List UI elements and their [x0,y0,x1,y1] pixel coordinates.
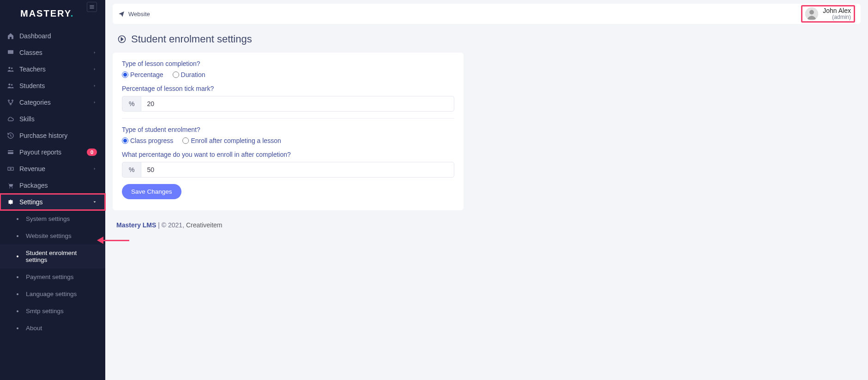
chevron-right-icon [92,99,97,106]
settings-card: Type of lesson completion? Percentage Du… [113,53,464,210]
sub-website-settings[interactable]: Website settings [0,227,105,244]
gear-icon [6,198,16,206]
cart-icon [6,182,16,189]
save-button[interactable]: Save Changes [122,184,181,199]
footer-text: | © 2021, [156,221,186,229]
nav-teachers[interactable]: Teachers [0,61,105,77]
svg-point-15 [9,187,10,188]
nav-revenue[interactable]: Revenue [0,160,105,177]
nav-label: Categories [19,99,92,106]
user-menu[interactable]: John Alex (admin) [801,5,855,23]
label-lesson-completion-type: Type of lesson completion? [122,60,454,67]
avatar [805,7,818,20]
user-role: (admin) [823,14,851,20]
footer: Mastery LMS | © 2021, Creativeitem [113,210,861,240]
sub-payment-settings[interactable]: Payment settings [0,268,105,285]
sub-label: Payment settings [26,273,74,280]
divider [122,118,454,119]
badge-count: 0 [87,148,97,156]
nav-purchase-history[interactable]: Purchase history [0,127,105,144]
radio-duration[interactable]: Duration [173,71,205,78]
sub-about[interactable]: About [0,320,105,337]
nav-students[interactable]: Students [0,77,105,94]
svg-rect-13 [8,167,13,171]
footer-link[interactable]: Creativeitem [186,221,223,229]
svg-point-9 [12,100,13,101]
radio-label: Percentage [130,71,163,78]
home-icon [6,32,16,40]
nav-label: Teachers [19,65,92,73]
chevron-right-icon [92,165,97,172]
bullet-icon [17,293,18,295]
nav-label: Settings [19,198,92,206]
label-enrolment-type: Type of student enrolment? [122,126,454,133]
svg-point-14 [10,168,12,170]
radio-enroll-after-lesson[interactable]: Enroll after completing a lesson [182,137,281,144]
radio-label: Enroll after completing a lesson [191,137,281,144]
svg-point-4 [8,67,10,69]
nav-label: Purchase history [19,132,97,139]
nav-label: Packages [19,182,97,189]
label-percentage-enroll: What percentage do you want to enroll in… [122,151,454,158]
sub-language-settings[interactable]: Language settings [0,285,105,303]
branch-icon [6,99,16,106]
users-icon [6,65,16,73]
history-icon [6,132,16,139]
svg-point-16 [12,187,12,188]
sidebar: MASTERY. Dashboard Classes Teachers Stud… [0,0,105,380]
svg-rect-3 [8,50,13,54]
nav-dashboard[interactable]: Dashboard [0,28,105,44]
radio-percentage[interactable]: Percentage [122,71,163,78]
sub-student-enrolment-settings[interactable]: Student enrolment settings [0,244,105,268]
input-percentage-tick[interactable] [141,96,454,112]
percent-addon: % [122,96,141,112]
sub-smtp-settings[interactable]: Smtp settings [0,303,105,320]
percent-addon: % [122,162,141,178]
topbar-link-text: Website [128,11,150,18]
chevron-right-icon [92,49,97,56]
logo-text: MASTERY [20,8,71,18]
money-icon [6,165,16,172]
cloud-icon [6,115,16,123]
nav-payout-reports[interactable]: Payout reports 0 [0,144,105,160]
nav-label: Classes [19,49,92,56]
topbar: Website John Alex (admin) [113,4,861,24]
radio-input[interactable] [182,137,189,144]
svg-point-6 [8,83,10,85]
radio-input[interactable] [173,71,179,78]
footer-brand: Mastery LMS [116,221,156,229]
paper-plane-icon [118,11,125,17]
nav-label: Revenue [19,165,92,172]
logo-dot: . [71,8,74,18]
nav-packages[interactable]: Packages [0,177,105,194]
sub-label: Language settings [26,291,77,297]
bullet-icon [17,218,18,220]
nav-classes[interactable]: Classes [0,44,105,61]
radio-class-progress[interactable]: Class progress [122,137,173,144]
sub-label: System settings [26,215,70,222]
nav-settings[interactable]: Settings [0,194,105,210]
radio-input[interactable] [122,137,128,144]
svg-point-8 [8,100,10,101]
nav-label: Students [19,82,92,89]
radio-input[interactable] [122,71,128,78]
sub-system-settings[interactable]: System settings [0,210,105,227]
svg-point-5 [11,67,12,69]
nav-label: Payout reports [19,148,87,156]
page-title: Student enrolment settings [131,33,252,45]
user-name: John Alex [823,7,851,14]
input-percentage-enroll[interactable] [141,162,454,178]
bullet-icon [17,276,18,278]
nav-label: Skills [19,115,97,123]
chevron-right-icon [92,82,97,89]
main-content: Website John Alex (admin) Student enrolm… [105,0,868,380]
svg-point-10 [10,104,12,105]
svg-rect-12 [8,151,13,152]
website-link[interactable]: Website [118,11,150,18]
svg-point-7 [11,84,12,85]
sidebar-collapse-button[interactable] [87,2,97,12]
nav-categories[interactable]: Categories [0,94,105,111]
nav-skills[interactable]: Skills [0,111,105,127]
bullet-icon [17,310,18,312]
label-percentage-tick: Percentage of lesson tick mark? [122,85,454,92]
